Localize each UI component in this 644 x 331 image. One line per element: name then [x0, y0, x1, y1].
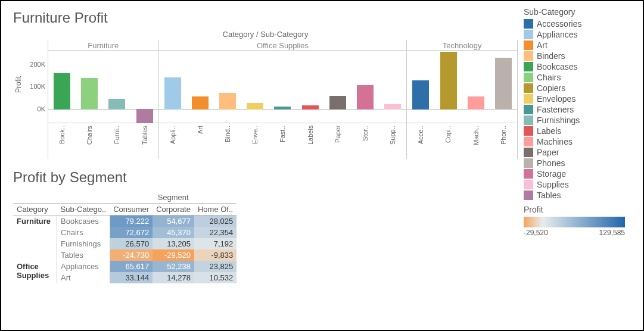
- bar[interactable]: [247, 103, 263, 109]
- legend-item[interactable]: Machines: [524, 137, 637, 146]
- bar[interactable]: [468, 96, 484, 110]
- legend-label: Copiers: [537, 83, 565, 93]
- category-cell: OfficeSupplies: [13, 261, 57, 283]
- value-cell[interactable]: -9,833: [194, 249, 237, 261]
- swatch-icon: [524, 62, 533, 71]
- value-cell[interactable]: 23,825: [194, 261, 237, 272]
- legend-item[interactable]: Chairs: [524, 73, 637, 82]
- legend-label: Envelopes: [537, 94, 575, 104]
- column-header[interactable]: Category: [13, 204, 57, 216]
- bar[interactable]: [274, 107, 291, 110]
- chart-group: FurnitureBook..ChairsFurni..Tables: [48, 40, 158, 159]
- bar[interactable]: [192, 96, 209, 110]
- column-header[interactable]: Consumer: [110, 204, 153, 216]
- bar[interactable]: [329, 96, 346, 109]
- legend-item[interactable]: Paper: [524, 148, 637, 157]
- value-cell[interactable]: 72,672: [110, 227, 153, 238]
- legend-label: Bookcases: [537, 62, 577, 71]
- column-header[interactable]: Home Of..: [194, 204, 237, 216]
- value-cell[interactable]: -24,730: [110, 249, 153, 261]
- legend-item[interactable]: Bookcases: [524, 62, 637, 71]
- group-title: Technology: [407, 40, 517, 51]
- y-tick: 100K: [30, 83, 45, 90]
- swatch-icon: [524, 83, 533, 93]
- legend-item[interactable]: Phones: [524, 158, 637, 168]
- legend-label: Fasteners: [537, 105, 574, 114]
- bar[interactable]: [164, 77, 181, 109]
- y-axis-label: Profit: [13, 76, 24, 93]
- legend-label: Supplies: [537, 180, 569, 189]
- swatch-icon: [524, 126, 533, 136]
- legend-item[interactable]: Envelopes: [524, 94, 637, 104]
- x-label: Phon..: [490, 123, 517, 159]
- value-cell[interactable]: 54,677: [153, 216, 194, 227]
- bar[interactable]: [384, 104, 401, 110]
- bar[interactable]: [357, 85, 374, 110]
- legend-label: Storage: [537, 169, 566, 179]
- bar[interactable]: [81, 78, 98, 110]
- value-cell[interactable]: 14,278: [153, 272, 194, 283]
- legend-label: Paper: [537, 148, 559, 157]
- subcategory-cell: Bookcases: [57, 216, 110, 227]
- swatch-icon: [524, 191, 533, 200]
- legend-item[interactable]: Storage: [524, 169, 637, 179]
- value-cell[interactable]: 33,144: [110, 272, 153, 283]
- y-tick: 0K: [38, 105, 45, 113]
- x-label: Book..: [48, 123, 76, 159]
- subcategory-cell: Furnishings: [57, 238, 110, 249]
- swatch-icon: [524, 30, 533, 39]
- legend-item[interactable]: Accessories: [524, 19, 637, 29]
- value-cell[interactable]: 79,222: [110, 216, 153, 227]
- column-header[interactable]: Sub-Catego..: [57, 204, 110, 216]
- value-cell[interactable]: 13,205: [153, 238, 194, 249]
- subcategory-cell: Tables: [57, 249, 110, 261]
- value-cell[interactable]: -29,520: [153, 249, 194, 261]
- x-label: Bind..: [214, 123, 241, 159]
- legend-item[interactable]: Art: [524, 40, 637, 50]
- value-cell[interactable]: 28,025: [194, 216, 237, 227]
- legend-item[interactable]: Appliances: [524, 30, 637, 39]
- swatch-icon: [524, 115, 533, 125]
- legend-label: Furnishings: [537, 115, 580, 125]
- legend-item[interactable]: Copiers: [524, 83, 637, 93]
- bar[interactable]: [495, 58, 512, 109]
- legend-label: Tables: [537, 191, 561, 200]
- legend-item[interactable]: Tables: [524, 191, 637, 200]
- legend-item[interactable]: Labels: [524, 126, 637, 136]
- legend-item[interactable]: Fasteners: [524, 105, 637, 114]
- gradient-bar: [524, 217, 625, 227]
- x-label: Labels: [297, 123, 324, 159]
- value-cell[interactable]: 52,238: [153, 261, 194, 272]
- table-row: OfficeSuppliesAppliances65,61752,23823,8…: [13, 261, 237, 272]
- subcategory-cell: Art: [57, 272, 110, 283]
- subcategory-cell: Appliances: [57, 261, 110, 272]
- value-cell[interactable]: 7,192: [194, 238, 237, 249]
- y-axis: 200K100K0K: [24, 51, 48, 140]
- value-cell[interactable]: 10,532: [194, 272, 237, 283]
- table-row: FurnitureBookcases79,22254,67728,025: [13, 216, 237, 227]
- legend-item[interactable]: Supplies: [524, 180, 637, 189]
- bar[interactable]: [54, 73, 70, 110]
- bar[interactable]: [412, 80, 429, 110]
- x-label: Furni..: [103, 123, 130, 159]
- legend-item[interactable]: Furnishings: [524, 115, 637, 125]
- value-cell[interactable]: 65,617: [110, 261, 153, 272]
- bar[interactable]: [136, 109, 153, 123]
- value-cell[interactable]: 22,354: [194, 227, 237, 238]
- bar[interactable]: [219, 93, 236, 109]
- value-cell[interactable]: 26,570: [110, 238, 153, 249]
- group-title: Furniture: [48, 40, 158, 51]
- column-header[interactable]: Corporate: [153, 204, 194, 216]
- bar[interactable]: [302, 105, 319, 109]
- legend-label: Binders: [537, 51, 565, 61]
- bar[interactable]: [108, 99, 125, 110]
- bar-chart: Category / Sub-Category Profit 200K100K0…: [13, 30, 518, 167]
- profit-table: SegmentCategorySub-Catego..ConsumerCorpo…: [13, 192, 518, 283]
- x-label: Stor..: [351, 123, 379, 159]
- category-cell: Furniture: [13, 216, 57, 261]
- x-label: Enve..: [241, 123, 269, 159]
- bar[interactable]: [440, 52, 457, 110]
- value-cell[interactable]: 45,370: [153, 227, 194, 238]
- legend-item[interactable]: Binders: [524, 51, 637, 61]
- swatch-icon: [524, 73, 533, 82]
